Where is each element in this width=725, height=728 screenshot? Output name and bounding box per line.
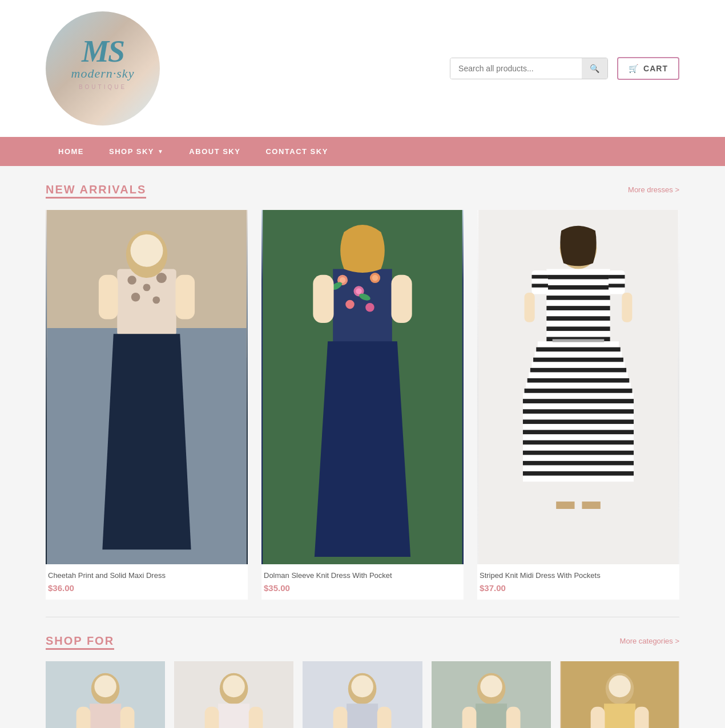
svg-rect-34 [391,275,412,323]
svg-rect-106 [333,707,348,728]
nav-bar: HOME SHOP SKY ▼ ABOUT SKY CONTACT SKY [0,137,725,166]
svg-rect-44 [546,300,610,306]
svg-point-116 [609,676,631,698]
svg-rect-62 [523,393,634,399]
shop-category-1[interactable] [46,661,165,728]
svg-rect-47 [546,316,610,321]
svg-rect-39 [546,275,610,280]
svg-rect-59 [527,378,630,383]
svg-rect-118 [590,707,605,728]
product-card-2[interactable]: Dolman Sleeve Knit Dress With Pocket $35… [261,210,464,600]
shop-category-2[interactable] [174,661,293,728]
svg-rect-75 [523,461,634,466]
svg-rect-71 [523,440,634,445]
svg-rect-78 [523,476,634,482]
svg-rect-17 [175,275,195,319]
svg-rect-107 [377,707,392,728]
new-arrivals-title: NEW ARRIVALS [46,183,146,196]
svg-rect-67 [523,419,634,424]
svg-rect-112 [462,707,476,728]
more-dresses-link[interactable]: More dresses > [628,185,679,194]
svg-rect-53 [536,347,620,352]
svg-point-10 [143,284,151,291]
logo-circle: MS modern·sky BOUTIQUE [46,11,160,126]
svg-rect-65 [523,409,634,414]
svg-rect-63 [523,399,634,403]
svg-point-29 [345,300,355,309]
search-input[interactable] [450,58,582,79]
product-name-2: Dolman Sleeve Knit Dress With Pocket [264,571,461,580]
svg-point-26 [356,288,361,294]
product-card-3[interactable]: Striped Knit Midi Dress With Pockets $37… [477,210,679,600]
svg-rect-72 [523,444,634,450]
nav-about-sky-label: ABOUT SKY [189,147,240,156]
product-image-2 [261,210,464,564]
svg-rect-61 [525,389,633,393]
svg-rect-48 [546,321,610,326]
svg-rect-100 [205,707,219,728]
product-price-2: $35.00 [264,583,461,593]
svg-point-13 [152,296,160,304]
svg-rect-99 [218,703,249,728]
site-header: MS modern·sky BOUTIQUE 🔍 🛒 CART [0,0,725,137]
shop-for-header: SHOP FOR More categories > [46,634,679,648]
product-price-1: $36.00 [48,583,245,593]
svg-rect-93 [90,703,121,728]
svg-point-28 [372,275,378,281]
svg-rect-76 [523,466,634,471]
header-right: 🔍 🛒 CART [450,57,679,80]
nav-home-label: HOME [58,147,84,156]
section-divider [46,617,679,617]
shop-for-title-text: SHOP FOR [46,634,114,650]
svg-text:BOUTIQUE: BOUTIQUE [79,84,127,90]
svg-rect-101 [249,707,263,728]
nav-item-home[interactable]: HOME [46,137,96,166]
search-button[interactable]: 🔍 [582,58,607,79]
product-card-1[interactable]: Cheetah Print and Solid Maxi Dress $36.0… [46,210,248,600]
svg-rect-113 [506,707,520,728]
product-image-1 [46,210,248,564]
svg-rect-83 [609,270,625,294]
cart-icon: 🛒 [629,64,639,73]
more-categories-link[interactable]: More categories > [620,637,679,645]
svg-text:modern·sky: modern·sky [71,66,135,80]
product-image-3 [477,210,679,564]
shop-category-5[interactable] [560,661,679,728]
product-info-3: Striped Knit Midi Dress With Pockets $37… [477,564,679,600]
svg-rect-79 [553,339,605,342]
nav-item-shop-sky[interactable]: SHOP SKY ▼ [96,137,176,166]
svg-rect-33 [313,275,333,323]
shop-category-3[interactable] [303,661,422,728]
svg-rect-46 [546,310,610,316]
cart-button[interactable]: 🛒 CART [617,57,679,80]
svg-rect-45 [546,306,610,310]
svg-rect-42 [546,290,610,296]
new-arrivals-title-text: NEW ARRIVALS [46,183,146,199]
svg-rect-84 [609,275,625,278]
shop-category-4[interactable] [432,661,551,728]
svg-rect-94 [76,707,91,728]
nav-shop-sky-label: SHOP SKY [109,147,154,156]
svg-rect-50 [546,331,610,337]
svg-rect-40 [546,280,610,285]
svg-rect-77 [523,471,634,476]
svg-rect-88 [556,501,574,509]
svg-rect-117 [604,703,635,728]
nav-item-contact-sky[interactable]: CONTACT SKY [253,137,340,166]
nav-item-about-sky[interactable]: ABOUT SKY [176,137,253,166]
svg-point-30 [365,303,374,312]
svg-rect-66 [523,414,634,419]
svg-rect-64 [523,403,634,409]
svg-rect-85 [609,284,625,287]
svg-rect-87 [622,293,632,322]
logo-area[interactable]: MS modern·sky BOUTIQUE [46,11,160,126]
search-icon: 🔍 [590,64,599,73]
product-name-1: Cheetah Print and Solid Maxi Dress [48,571,245,580]
svg-rect-89 [582,501,600,509]
svg-rect-111 [476,703,507,728]
product-info-1: Cheetah Print and Solid Maxi Dress $36.0… [46,564,248,600]
svg-point-9 [127,276,136,285]
svg-rect-73 [523,451,634,455]
svg-rect-38 [546,269,610,275]
svg-rect-82 [531,284,547,287]
